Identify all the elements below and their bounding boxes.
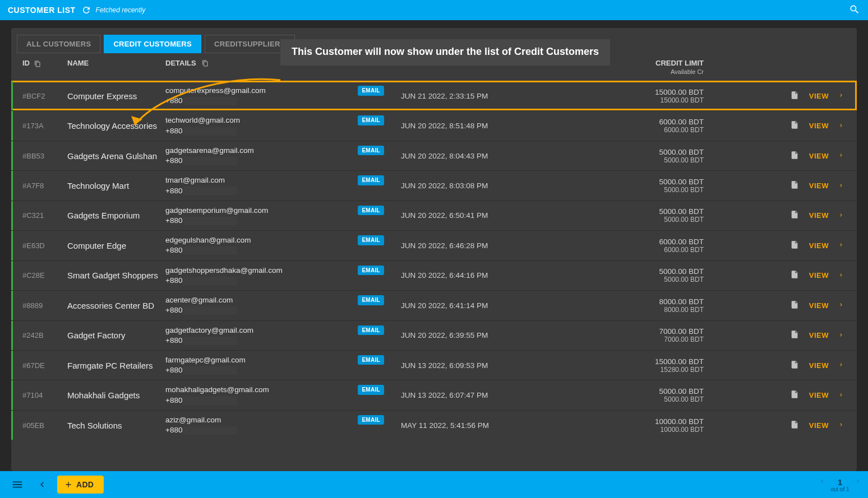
cell-name: Accessories Center BD xyxy=(67,301,165,310)
report-icon[interactable] xyxy=(790,180,799,192)
view-link[interactable]: VIEW xyxy=(809,152,829,160)
report-icon[interactable] xyxy=(790,329,799,341)
table-row[interactable]: #BB53Gadgets Arena Gulshangadgetsarena@g… xyxy=(11,141,857,170)
report-icon[interactable] xyxy=(790,360,799,371)
view-link[interactable]: VIEW xyxy=(809,92,829,100)
table-row[interactable]: #67DEFarmgate PC Retailersfarmgatepc@gma… xyxy=(11,350,857,380)
report-icon[interactable] xyxy=(790,90,799,102)
view-link[interactable]: VIEW xyxy=(809,241,829,250)
chevron-right-icon[interactable] xyxy=(839,391,843,400)
row-indicator xyxy=(11,291,13,320)
cell-credit: 7000.00 BDT7000.00 BDT xyxy=(592,327,704,343)
panel-scroll[interactable]: ALL CUSTOMERSCREDIT CUSTOMERSCREDITSUPPL… xyxy=(11,28,857,471)
cell-id: #05EB xyxy=(22,421,67,430)
page-prev[interactable] xyxy=(820,477,824,487)
report-icon[interactable] xyxy=(790,269,799,281)
cell-actions: VIEW xyxy=(704,329,851,341)
table-row[interactable]: #C28ESmart Gadget Shoppersgadgetshoppers… xyxy=(11,260,857,290)
table-row[interactable]: #7104Mohakhali Gadgetsmohakhaligadgets@g… xyxy=(11,380,857,409)
row-indicator xyxy=(11,411,13,440)
cell-details: edgegulshan@gmail.com+880EMAIL xyxy=(165,235,401,255)
chevron-right-icon[interactable] xyxy=(839,331,843,340)
chevron-right-icon[interactable] xyxy=(839,421,843,430)
report-icon[interactable] xyxy=(790,210,799,221)
table-row[interactable]: #242BGadget Factorygadgetfactory@gmail.c… xyxy=(11,320,857,350)
menu-button[interactable] xyxy=(8,475,27,494)
cell-actions: VIEW xyxy=(704,240,851,252)
chevron-right-icon[interactable] xyxy=(839,91,843,100)
view-link[interactable]: VIEW xyxy=(809,181,829,190)
tab-all-customers[interactable]: ALL CUSTOMERS xyxy=(17,35,100,53)
cell-phone: +880 xyxy=(165,216,401,226)
report-icon[interactable] xyxy=(790,240,799,252)
email-chip[interactable]: EMAIL xyxy=(358,86,384,96)
add-button[interactable]: ADD xyxy=(57,476,104,494)
cell-credit: 5000.00 BDT5000.00 BDT xyxy=(592,387,704,403)
view-link[interactable]: VIEW xyxy=(809,211,829,220)
view-link[interactable]: VIEW xyxy=(809,361,829,370)
chevron-right-icon[interactable] xyxy=(839,181,843,190)
cell-id: #BB53 xyxy=(22,152,67,160)
chevron-right-icon[interactable] xyxy=(839,211,843,220)
view-link[interactable]: VIEW xyxy=(809,301,829,310)
chevron-right-icon[interactable] xyxy=(839,271,843,280)
page-next[interactable] xyxy=(856,477,860,487)
cell-actions: VIEW xyxy=(704,300,851,311)
tab-credit-customers[interactable]: CREDIT CUSTOMERS xyxy=(104,35,201,53)
report-icon[interactable] xyxy=(790,150,799,162)
table-row[interactable]: #8889Accessories Center BDacenter@gmail.… xyxy=(11,290,857,320)
view-link[interactable]: VIEW xyxy=(809,271,829,280)
search-button[interactable] xyxy=(849,4,860,17)
top-bar: CUSTOMER LIST Fetched recently xyxy=(0,0,868,20)
email-chip[interactable]: EMAIL xyxy=(358,266,384,276)
cell-phone: +880 xyxy=(165,395,401,406)
view-link[interactable]: VIEW xyxy=(809,331,829,339)
view-link[interactable]: VIEW xyxy=(809,122,829,130)
row-indicator xyxy=(11,111,13,140)
cell-id: #242B xyxy=(22,331,67,339)
chevron-right-icon[interactable] xyxy=(839,361,843,370)
email-chip[interactable]: EMAIL xyxy=(358,415,384,425)
view-link[interactable]: VIEW xyxy=(809,391,829,399)
refresh-button[interactable] xyxy=(81,5,91,15)
table-row[interactable]: #173ATechnology Accessoriestechworld@gma… xyxy=(11,110,857,140)
email-chip[interactable]: EMAIL xyxy=(358,206,384,216)
email-chip[interactable]: EMAIL xyxy=(358,175,384,185)
cell-created: MAY 11 2022, 5:41:56 PM xyxy=(401,421,592,430)
chevron-left-icon xyxy=(38,479,46,490)
cell-id: #C321 xyxy=(22,211,67,220)
table-body: #BCF2Computer Expresscomputerexpress@gma… xyxy=(11,81,857,440)
email-chip[interactable]: EMAIL xyxy=(358,295,384,305)
table-row[interactable]: #A7F8Technology Marttmart@gmail.com+880E… xyxy=(11,170,857,200)
email-chip[interactable]: EMAIL xyxy=(358,115,384,125)
chevron-right-icon[interactable] xyxy=(839,301,843,310)
table-row[interactable]: #E63DComputer Edgeedgegulshan@gmail.com+… xyxy=(11,230,857,260)
cell-phone: +880 xyxy=(165,336,401,346)
chevron-right-icon[interactable] xyxy=(839,241,843,250)
report-icon[interactable] xyxy=(790,420,799,431)
row-indicator xyxy=(11,380,13,409)
report-icon[interactable] xyxy=(790,120,799,132)
email-chip[interactable]: EMAIL xyxy=(358,325,384,336)
chevron-right-icon[interactable] xyxy=(839,122,843,131)
email-chip[interactable]: EMAIL xyxy=(358,385,384,395)
email-chip[interactable]: EMAIL xyxy=(358,235,384,245)
report-icon[interactable] xyxy=(790,389,799,401)
table-row[interactable]: #C321Gadgets Emporiumgadgetsemporium@gma… xyxy=(11,201,857,230)
col-name[interactable]: NAME xyxy=(67,59,165,67)
chevron-right-icon[interactable] xyxy=(839,151,843,160)
table-row[interactable]: #BCF2Computer Expresscomputerexpress@gma… xyxy=(11,81,857,110)
report-icon[interactable] xyxy=(790,300,799,311)
email-chip[interactable]: EMAIL xyxy=(358,355,384,365)
cell-name: Computer Edge xyxy=(67,241,165,250)
fetched-label: Fetched recently xyxy=(96,6,146,14)
view-link[interactable]: VIEW xyxy=(809,421,829,430)
col-id[interactable]: ID xyxy=(22,59,67,67)
table-row[interactable]: #05EBTech Solutionsaziz@gmail.com+880EMA… xyxy=(11,410,857,440)
back-button[interactable] xyxy=(33,475,52,494)
row-indicator xyxy=(11,261,13,290)
email-chip[interactable]: EMAIL xyxy=(358,146,384,156)
cell-actions: VIEW xyxy=(704,150,851,162)
cell-created: JUN 20 2022, 6:46:28 PM xyxy=(401,241,592,250)
cell-name: Gadget Factory xyxy=(67,331,165,340)
